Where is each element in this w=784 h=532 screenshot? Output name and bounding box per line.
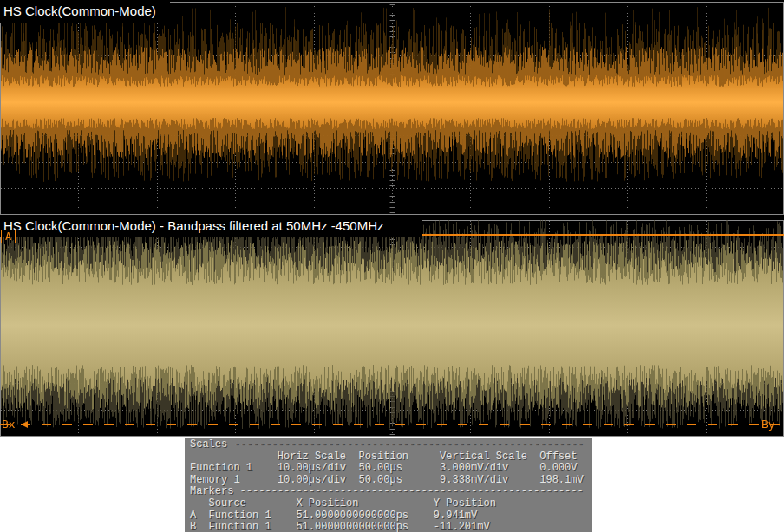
marker-b-line[interactable]	[0, 424, 784, 425]
waveform-panel-memory1[interactable]	[0, 220, 784, 437]
scope-display-area: HS Clock(Common-Mode) HS Clock(Common-Mo…	[0, 0, 784, 437]
marker-b-arrow-icon	[21, 421, 28, 428]
panel2-title: HS Clock(Common-Mode) - Bandpass filtere…	[0, 215, 422, 237]
marker-a-label[interactable]: A	[1, 230, 16, 243]
panel1-title: HS Clock(Common-Mode)	[0, 0, 170, 23]
waveform-panel-function1[interactable]	[0, 2, 784, 215]
marker-bx-label[interactable]: Bx	[2, 418, 16, 431]
oscilloscope-screen: HS Clock(Common-Mode) HS Clock(Common-Mo…	[0, 0, 784, 532]
measurement-readout-box: Scales ---------------------------------…	[185, 438, 592, 532]
marker-by-label[interactable]: By	[761, 418, 775, 431]
scales-markers-readout: Scales ---------------------------------…	[185, 438, 592, 532]
